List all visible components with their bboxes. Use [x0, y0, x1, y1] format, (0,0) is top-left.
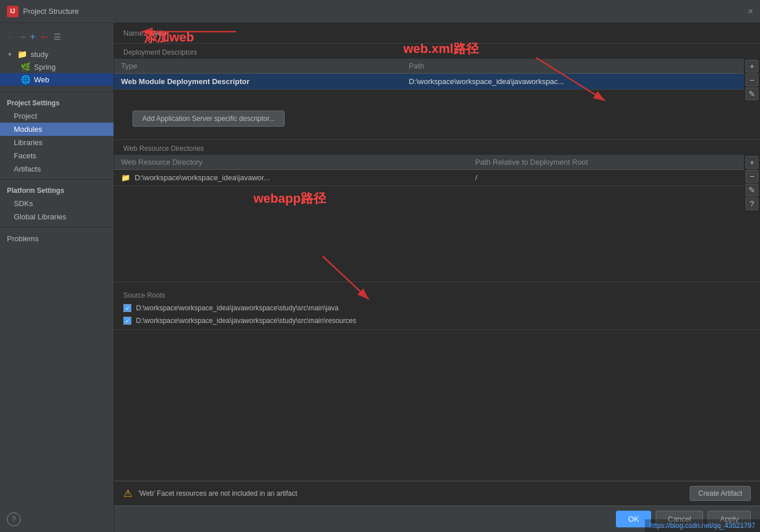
dd-remove-button[interactable]: −	[746, 74, 758, 86]
warning-bar: ⚠ 'Web' Facet resources are not included…	[114, 481, 760, 506]
name-input[interactable]	[151, 29, 751, 37]
sidebar-item-artifacts[interactable]: Artifacts	[0, 162, 114, 176]
dd-edit-button[interactable]: ✎	[746, 88, 758, 100]
tree-study-label: study	[31, 50, 48, 59]
nav-forward-arrow[interactable]: →	[18, 32, 27, 41]
type-column-header: Type	[114, 59, 402, 74]
project-settings-label: Project Settings	[0, 96, 114, 109]
sidebar-item-project[interactable]: Project	[0, 109, 114, 123]
warning-icon: ⚠	[123, 487, 133, 500]
folder-icon: 📁	[17, 50, 27, 59]
sidebar-item-modules[interactable]: Modules	[0, 123, 114, 136]
wr-remove-button[interactable]: −	[746, 170, 758, 183]
tree-web-label: Web	[34, 75, 50, 84]
right-content: Deployment Descriptors Type Path	[114, 44, 760, 481]
source-root-item-2: ✓ D:\workspace\workspace_idea\javaworksp…	[114, 314, 760, 327]
web-resource-table: Web Resource Directory Path Relative to …	[114, 155, 744, 186]
web-icon: 🌐	[21, 75, 31, 84]
dd-add-button[interactable]: +	[746, 60, 758, 73]
web-resource-dir-value: D:\workspace\workspace_idea\javawor...	[135, 173, 270, 182]
source-roots-header: Source Roots	[114, 287, 760, 302]
watermark: https://blog.csdn.net/qq_43521797	[645, 519, 760, 532]
wr-add-button[interactable]: +	[746, 156, 758, 169]
source-root-path-2: D:\workspace\workspace_idea\javaworkspac…	[136, 317, 356, 325]
window-title: Project Structure	[23, 7, 79, 16]
path-relative-cell: /	[468, 170, 744, 186]
tree-item-web[interactable]: 🌐 Web	[0, 73, 114, 86]
table-row[interactable]: Web Module Deployment Descriptor D:\work…	[114, 74, 744, 90]
title-bar: IJ Project Structure ×	[0, 0, 760, 23]
spring-icon: 🌿	[21, 62, 31, 71]
sidebar-item-libraries[interactable]: Libraries	[0, 136, 114, 149]
close-button[interactable]: ×	[748, 6, 753, 17]
path-column-header: Path	[402, 59, 744, 74]
deployment-descriptors-table-container: Type Path Web Module Deployment Descript…	[114, 59, 760, 100]
web-resource-dir-cell: 📁 D:\workspace\workspace_idea\javawor...	[114, 170, 468, 186]
tree-item-spring[interactable]: 🌿 Spring	[0, 60, 114, 73]
create-artifact-button[interactable]: Create Artifact	[690, 486, 751, 501]
source-root-checkbox-2[interactable]: ✓	[123, 317, 131, 325]
wr-help-button[interactable]: ?	[746, 197, 758, 210]
web-resource-directories-header: Web Resource Directories	[114, 140, 760, 155]
path-relative-header: Path Relative to Deployment Root	[468, 155, 744, 170]
web-resource-dir-header: Web Resource Directory	[114, 155, 468, 170]
platform-settings-label: Platform Settings	[0, 183, 114, 197]
sidebar-item-facets[interactable]: Facets	[0, 149, 114, 162]
app-icon: IJ	[7, 6, 18, 17]
help-button[interactable]: ?	[7, 512, 21, 526]
tree-spring-label: Spring	[34, 63, 56, 71]
table-row[interactable]: 📁 D:\workspace\workspace_idea\javawor...…	[114, 170, 744, 186]
project-tree: ▼ 📁 study 🌿 Spring 🌐 Web	[0, 45, 114, 88]
warning-text: 'Web' Facet resources are not included i…	[138, 489, 684, 497]
add-module-button[interactable]: +	[30, 32, 35, 42]
tree-item-study[interactable]: ▼ 📁 study	[0, 48, 114, 60]
deployment-descriptors-header: Deployment Descriptors	[114, 44, 760, 59]
sidebar-top-actions: ← → + ← ☰	[0, 28, 114, 45]
deployment-path-cell: D:\workspace\workspace_idea\javaworkspac…	[402, 74, 744, 90]
sidebar: ← → + ← ☰ ▼ 📁 study 🌿 Spring 🌐 Web Pro	[0, 23, 114, 532]
add-arrow-indicator: ←	[39, 30, 50, 43]
right-panel: Name: Deployment Descriptors Type Path	[114, 23, 760, 532]
source-root-item-1: ✓ D:\workspace\workspace_idea\javaworksp…	[114, 302, 760, 314]
web-resource-table-container: Web Resource Directory Path Relative to …	[114, 155, 760, 210]
source-roots-section: Source Roots ✓ D:\workspace\workspace_id…	[114, 282, 760, 330]
source-root-path-1: D:\workspace\workspace_idea\javaworkspac…	[136, 304, 339, 312]
name-row: Name:	[114, 23, 760, 44]
deployment-descriptors-table: Type Path Web Module Deployment Descript…	[114, 59, 744, 90]
tree-expand-arrow: ▼	[7, 51, 13, 58]
nav-back-arrow[interactable]: ←	[7, 32, 15, 41]
sidebar-item-sdks[interactable]: SDKs	[0, 197, 114, 210]
wr-side-buttons: + − ✎ ?	[744, 155, 760, 210]
dir-icon: 📁	[121, 173, 130, 182]
sidebar-item-global-libraries[interactable]: Global Libraries	[0, 210, 114, 223]
add-descriptor-button[interactable]: Add Application Server specific descript…	[133, 111, 285, 127]
name-label: Name:	[123, 29, 145, 37]
dd-side-buttons: + − ✎	[744, 59, 760, 100]
sidebar-item-problems[interactable]: Problems	[0, 231, 114, 246]
modules-icon: ☰	[54, 32, 61, 41]
wr-edit-button[interactable]: ✎	[746, 184, 758, 196]
web-resource-directories-section: Web Resource Directories Web Resource Di…	[114, 140, 760, 282]
deployment-descriptors-section: Deployment Descriptors Type Path	[114, 44, 760, 140]
deployment-type-cell: Web Module Deployment Descriptor	[114, 74, 402, 90]
source-root-checkbox-1[interactable]: ✓	[123, 304, 131, 312]
